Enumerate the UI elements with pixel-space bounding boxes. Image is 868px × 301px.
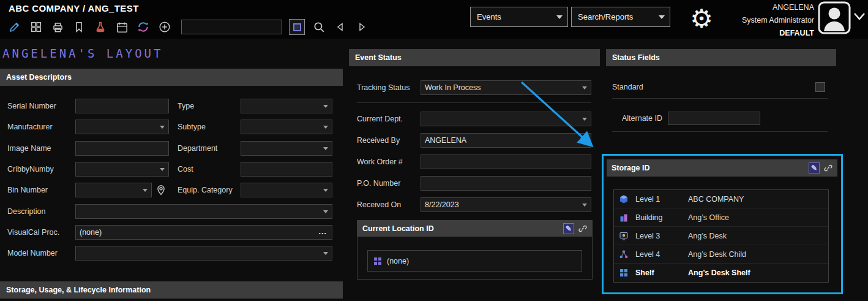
model-number-label: Model Number: [7, 246, 58, 261]
bin-number-label: Bin Number: [7, 183, 48, 197]
current-dept-select[interactable]: [421, 112, 591, 126]
top-bar: ABC COMPANY / ANG_TEST: [0, 0, 868, 39]
alternate-id-label: Alternate ID: [622, 111, 662, 126]
department-select[interactable]: [241, 141, 332, 156]
search-icon[interactable]: [312, 20, 326, 34]
advanced-search-icon: [293, 23, 301, 31]
standard-checkbox[interactable]: [815, 82, 825, 92]
tracking-status-select[interactable]: Work In Process: [421, 80, 591, 95]
storage-usage-lifecycle-header: Storage, Usage, & Lifecycle Information: [0, 281, 343, 299]
alternate-id-input[interactable]: [668, 112, 760, 125]
user-avatar[interactable]: [818, 1, 851, 37]
storage-row-level3[interactable]: Level 3 Ang’s Desk: [614, 227, 828, 245]
sync-icon[interactable]: [136, 20, 151, 34]
divider: [612, 131, 828, 132]
received-on-date-select[interactable]: 8/22/2023: [421, 197, 591, 212]
add-icon[interactable]: [157, 20, 172, 34]
visualcal-proc-field[interactable]: (none)...: [75, 225, 332, 240]
location-pin-icon[interactable]: [155, 185, 166, 198]
received-by-label: Received By: [357, 133, 400, 148]
chevron-down-icon: [582, 204, 587, 207]
model-number-select[interactable]: [75, 246, 332, 261]
manufacturer-select[interactable]: [75, 120, 169, 134]
advanced-search-button[interactable]: [289, 19, 305, 35]
cost-input[interactable]: [241, 162, 332, 177]
visualcal-more-button[interactable]: ...: [319, 226, 327, 238]
chevron-down-icon: [323, 252, 328, 255]
flask-icon[interactable]: [93, 20, 108, 34]
subtype-select[interactable]: [241, 120, 332, 134]
image-name-label: Image Name: [7, 141, 51, 156]
link-location-icon[interactable]: [577, 223, 588, 234]
bookmark-icon[interactable]: [72, 20, 86, 34]
cribbynumby-select[interactable]: [75, 162, 169, 177]
building-icon: [619, 213, 635, 223]
chevron-down-icon: [143, 189, 148, 192]
chevron-down-icon: [323, 210, 328, 213]
received-by-select[interactable]: ANGELENA: [421, 133, 591, 148]
storage-level-label: Level 1: [635, 195, 688, 204]
print-icon[interactable]: [50, 20, 65, 34]
current-location-header: Current Location ID ✎: [357, 221, 592, 237]
equip-category-select[interactable]: [241, 183, 332, 197]
edit-icon[interactable]: [7, 20, 22, 34]
next-record-icon[interactable]: [354, 20, 369, 34]
search-reports-dropdown[interactable]: Search/Reports: [571, 7, 670, 27]
standard-label: Standard: [612, 80, 643, 94]
serial-number-input[interactable]: [75, 99, 169, 113]
bin-number-select[interactable]: [75, 183, 152, 197]
po-number-input[interactable]: [421, 176, 591, 191]
storage-row-level1[interactable]: Level 1 ABC COMPANY: [614, 190, 828, 208]
network-icon: [619, 250, 635, 259]
events-dropdown-label: Events: [477, 12, 501, 21]
chevron-down-icon: [582, 118, 587, 121]
toolbar: [7, 18, 369, 36]
events-dropdown[interactable]: Events: [470, 7, 568, 27]
storage-id-title: Storage ID: [612, 164, 650, 172]
cost-label: Cost: [178, 162, 193, 177]
image-name-input[interactable]: [75, 141, 169, 156]
type-select[interactable]: [241, 99, 332, 113]
edit-location-icon[interactable]: ✎: [563, 223, 574, 234]
edit-storage-icon[interactable]: ✎: [809, 162, 820, 173]
storage-value-label: ABC COMPANY: [688, 195, 744, 204]
current-location-value-box[interactable]: (none): [367, 250, 582, 272]
storage-value-label: Ang’s Desk Child: [688, 250, 746, 259]
description-select[interactable]: [75, 204, 332, 219]
link-storage-icon[interactable]: [823, 162, 834, 173]
layout-title: ANGELENA'S LAYOUT: [2, 47, 163, 60]
divider: [357, 102, 591, 103]
layout-grid-icon[interactable]: [29, 20, 43, 34]
event-status-header: Event Status: [349, 49, 600, 66]
work-order-input[interactable]: [421, 154, 591, 169]
chevron-down-icon: [323, 126, 328, 129]
received-on-label: Received On: [357, 197, 401, 212]
storage-row-building[interactable]: Building Ang’s Office: [614, 208, 828, 227]
received-by-value: ANGELENA: [425, 136, 466, 145]
tracking-status-value: Work In Process: [425, 83, 481, 92]
user-menu-chevron-icon[interactable]: [852, 10, 867, 26]
user-role: System Administrator: [704, 14, 814, 27]
description-label: Description: [7, 204, 46, 219]
storage-id-highlight: Storage ID ✎ Level 1 ABC COMPANY Buildin…: [602, 154, 843, 294]
storage-level-label: Building: [635, 213, 688, 222]
manufacturer-label: Manufacturer: [7, 120, 53, 134]
previous-record-icon[interactable]: [333, 20, 348, 34]
storage-row-shelf[interactable]: Shelf Ang’s Desk Shelf: [614, 264, 828, 282]
chevron-down-icon: [582, 86, 587, 90]
chevron-down-icon: [323, 189, 328, 192]
storage-level-label: Level 4: [635, 250, 688, 259]
quick-search-input[interactable]: [181, 20, 282, 34]
calendar-icon[interactable]: [114, 20, 129, 34]
current-location-title: Current Location ID: [362, 224, 434, 233]
subtype-label: Subtype: [178, 120, 206, 134]
current-location-value: (none): [387, 257, 409, 265]
received-on-value: 8/22/2023: [425, 200, 459, 209]
asset-descriptors-header: Asset Descriptors: [0, 69, 343, 86]
grid-icon: [619, 268, 635, 278]
current-dept-label: Current Dept.: [357, 112, 403, 126]
department-label: Department: [178, 141, 217, 156]
serial-number-label: Serial Number: [7, 99, 56, 113]
storage-row-level4[interactable]: Level 4 Ang’s Desk Child: [614, 245, 828, 264]
monitor-icon: [619, 231, 635, 241]
